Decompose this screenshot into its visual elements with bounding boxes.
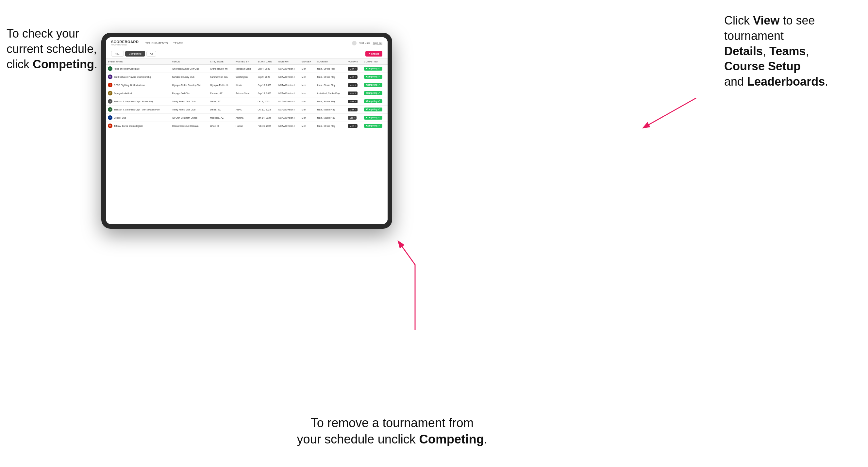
start-date-cell: Jan 14, 2024: [255, 114, 277, 122]
filter-home-button[interactable]: Ho...: [111, 51, 124, 57]
annotation-top-right: Click View to see tournament Details, Te…: [724, 13, 862, 90]
scoring-cell: team, Match Play: [315, 114, 346, 122]
competing-button[interactable]: Competing ✓: [364, 83, 382, 87]
event-name-cell: J Jackson T. Stephens Cup - Stroke Play: [106, 97, 170, 105]
app-header: SCOREBOARD Powered by clippd TOURNAMENTS…: [106, 37, 388, 49]
header-right: Test User Sign out: [352, 41, 382, 45]
logo-main-text: SCOREBOARD: [111, 40, 138, 44]
competing-button[interactable]: Competing ✓: [364, 116, 382, 120]
action-button[interactable]: View ℹ: [348, 67, 358, 71]
action-cell[interactable]: View ℹ: [346, 73, 362, 81]
table-row: J Jackson T. Stephens Cup - Men's Match …: [106, 105, 388, 114]
start-date-cell: Sep 9, 2023: [255, 73, 277, 81]
table-row: W 2023 Sahalee Players Championship Saha…: [106, 73, 388, 81]
competing-cell[interactable]: Competing ✓: [362, 65, 388, 73]
filter-all-button[interactable]: All: [147, 51, 157, 57]
action-button[interactable]: View ℹ: [348, 108, 358, 112]
competing-button[interactable]: Competing ✓: [364, 99, 382, 103]
gender-cell: Men: [300, 81, 315, 89]
action-cell[interactable]: View ℹ: [346, 122, 362, 130]
scoring-cell: team, Stroke Play: [315, 122, 346, 130]
competing-cell[interactable]: Competing ✓: [362, 81, 388, 89]
col-venue: VENUE: [170, 59, 208, 65]
table-row: P Papago Individual Papago Golf ClubPhoe…: [106, 89, 388, 97]
action-cell[interactable]: View ℹ: [346, 97, 362, 105]
competing-cell[interactable]: Competing ✓: [362, 97, 388, 105]
table-row: J Jackson T. Stephens Cup - Stroke Play …: [106, 97, 388, 105]
competing-cell[interactable]: Competing ✓: [362, 105, 388, 114]
gender-cell: Men: [300, 114, 315, 122]
filter-competing-button[interactable]: Competing: [125, 51, 145, 57]
scoreboard-logo: SCOREBOARD Powered by clippd: [111, 40, 138, 46]
competing-button[interactable]: Competing ✓: [364, 91, 382, 95]
start-date-cell: Sep 15, 2023: [255, 81, 277, 89]
gender-cell: Men: [300, 105, 315, 114]
table-container[interactable]: EVENT NAME VENUE CITY, STATE HOSTED BY S…: [106, 59, 388, 224]
event-name-cell: I OFCC Fighting Illini Invitational: [106, 81, 170, 89]
event-name-cell: J Jackson T. Stephens Cup - Men's Match …: [106, 105, 170, 114]
col-hosted-by: HOSTED BY: [234, 59, 255, 65]
competing-button[interactable]: Competing ✓: [364, 107, 382, 112]
nav-teams[interactable]: TEAMS: [173, 41, 183, 45]
table-row: A Copper Cup Ak-Chin Southern DunesMaric…: [106, 114, 388, 122]
hosted-by-cell: Michigan State: [234, 65, 255, 73]
table-row: H John A. Burns Intercollegiate Ocean Co…: [106, 122, 388, 130]
competing-cell[interactable]: Competing ✓: [362, 114, 388, 122]
action-button[interactable]: View ℹ: [348, 92, 358, 95]
gender-cell: Men: [300, 65, 315, 73]
competing-button[interactable]: Competing ✓: [364, 67, 382, 71]
event-name-cell: F Folds of Honor Collegiate: [106, 65, 170, 73]
action-cell[interactable]: View ℹ: [346, 105, 362, 114]
action-cell[interactable]: View ℹ: [346, 89, 362, 97]
venue-cell: Ak-Chin Southern Dunes: [170, 114, 208, 122]
start-date-cell: Feb 15, 2024: [255, 122, 277, 130]
action-button[interactable]: View ℹ: [348, 83, 358, 87]
competing-cell[interactable]: Competing ✓: [362, 89, 388, 97]
create-button[interactable]: + Create: [365, 51, 382, 57]
action-button[interactable]: View ℹ: [348, 75, 358, 79]
event-name-cell: W 2023 Sahalee Players Championship: [106, 73, 170, 81]
start-date-cell: Sep 18, 2023: [255, 89, 277, 97]
table-row: F Folds of Honor Collegiate American Dun…: [106, 65, 388, 73]
competing-cell[interactable]: Competing ✓: [362, 122, 388, 130]
tournaments-table: EVENT NAME VENUE CITY, STATE HOSTED BY S…: [106, 59, 388, 130]
action-button[interactable]: View ℹ: [348, 100, 358, 103]
venue-cell: Trinity Forest Golf Club: [170, 105, 208, 114]
col-division: DIVISION: [277, 59, 300, 65]
tablet-frame: SCOREBOARD Powered by clippd TOURNAMENTS…: [101, 33, 392, 229]
competing-cell[interactable]: Competing ✓: [362, 73, 388, 81]
division-cell: NCAA Division I: [277, 89, 300, 97]
action-button[interactable]: View ℹ: [348, 124, 358, 128]
nav-tournaments[interactable]: TOURNAMENTS: [145, 41, 168, 45]
event-name-cell: H John A. Burns Intercollegiate: [106, 122, 170, 130]
col-event-name: EVENT NAME: [106, 59, 170, 65]
city-state-cell: Phoenix, AZ: [208, 89, 234, 97]
sign-out-link[interactable]: Sign out: [373, 41, 382, 44]
venue-cell: Sahalee Country Club: [170, 73, 208, 81]
user-text: Test User: [359, 41, 370, 44]
competing-button[interactable]: Competing ✓: [364, 75, 382, 79]
competing-button[interactable]: Competing ✓: [364, 124, 382, 128]
hosted-by-cell: Washington: [234, 73, 255, 81]
table-row: I OFCC Fighting Illini Invitational Olym…: [106, 81, 388, 89]
action-cell[interactable]: Edit ℹ: [346, 114, 362, 122]
col-actions: ACTIONS: [346, 59, 362, 65]
gender-cell: Men: [300, 73, 315, 81]
action-cell[interactable]: View ℹ: [346, 65, 362, 73]
action-button[interactable]: Edit ℹ: [348, 116, 356, 120]
division-cell: NCAA Division I: [277, 81, 300, 89]
division-cell: NCAA Division I: [277, 105, 300, 114]
gender-cell: Men: [300, 122, 315, 130]
division-cell: NCAA Division I: [277, 65, 300, 73]
start-date-cell: Oct 11, 2023: [255, 105, 277, 114]
gender-cell: Men: [300, 89, 315, 97]
action-cell[interactable]: View ℹ: [346, 81, 362, 89]
scoring-cell: individual, Stroke Play: [315, 89, 346, 97]
city-state-cell: Maricopa, AZ: [208, 114, 234, 122]
division-cell: NCAA Division I: [277, 97, 300, 105]
col-competing: COMPETING: [362, 59, 388, 65]
venue-cell: Trinity Forest Golf Club: [170, 97, 208, 105]
col-gender: GENDER: [300, 59, 315, 65]
city-state-cell: Lihue, HI: [208, 122, 234, 130]
city-state-cell: Grand Haven, MI: [208, 65, 234, 73]
